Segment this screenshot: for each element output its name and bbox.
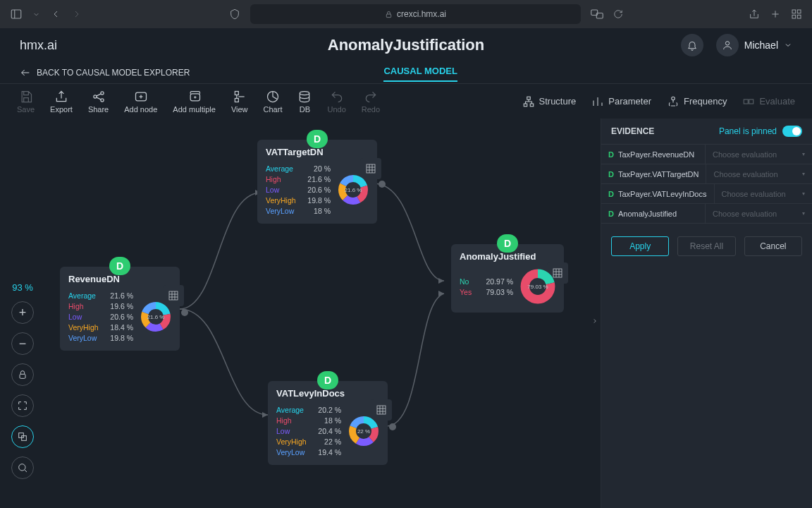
toolbar: Save Export Share Add node Add multiple … <box>0 83 812 119</box>
donut-chart: 79.03 % <box>520 269 555 304</box>
node-anomaly[interactable]: D AnomalyJustified No20.97 %Yes79.03 % 7… <box>451 244 564 313</box>
evidence-row[interactable]: DTaxPayer.RevenueDNChoose evaluation▾ <box>601 144 812 164</box>
evidence-row[interactable]: DTaxPayer.VATTargetDNChoose evaluation▾ <box>601 164 812 183</box>
evidence-row[interactable]: DTaxPayer.VATLevyInDocsChoose evaluation… <box>601 183 812 203</box>
svg-rect-24 <box>235 91 238 95</box>
stat-row: Average20.2 % <box>276 406 341 414</box>
donut-chart: 21.6 % <box>338 174 369 205</box>
sidebar-toggle-icon[interactable] <box>10 8 23 20</box>
add-node-button[interactable]: Add node <box>124 90 157 114</box>
db-button[interactable]: DB <box>297 90 312 114</box>
view-button[interactable]: View <box>231 90 248 114</box>
stat-row: High18 % <box>276 416 341 425</box>
nav-back-icon[interactable] <box>50 8 61 20</box>
user-menu[interactable]: Michael <box>716 34 792 56</box>
svg-rect-38 <box>749 99 753 104</box>
plus-icon[interactable] <box>770 8 781 20</box>
bell-icon <box>687 40 698 51</box>
subheader: BACK TO CAUSAL MODEL EXPLORER CAUSAL MOD… <box>0 62 812 83</box>
svg-rect-43 <box>20 374 25 378</box>
shield-icon[interactable] <box>229 8 240 20</box>
svg-rect-30 <box>527 97 530 99</box>
stat-row: VeryLow18 % <box>266 207 331 215</box>
output-port[interactable] <box>181 309 188 316</box>
svg-marker-42 <box>438 291 444 296</box>
tab-causal-model[interactable]: CAUSAL MODEL <box>383 66 457 82</box>
zoom-in-button[interactable]: + <box>11 301 34 324</box>
node-title: VATTargetDN <box>266 147 369 157</box>
node-vattarget[interactable]: D VATTargetDN Average20 %High21.6 %Low20… <box>257 140 377 224</box>
reset-button[interactable]: Reset All <box>677 236 735 256</box>
arrow-left-icon <box>20 67 31 78</box>
svg-rect-31 <box>524 104 527 107</box>
choose-evaluation[interactable]: Choose evaluation▾ <box>706 150 812 159</box>
url-bar[interactable]: crexci.hmx.ai <box>250 4 581 24</box>
back-link[interactable]: BACK TO CAUSAL MODEL EXPLORER <box>20 67 190 78</box>
pin-toggle[interactable]: Panel is pinned <box>719 126 802 137</box>
svg-rect-7 <box>792 10 796 13</box>
svg-marker-40 <box>262 412 268 418</box>
output-port[interactable] <box>379 181 386 188</box>
search-button[interactable] <box>11 456 34 479</box>
svg-line-47 <box>25 470 27 472</box>
node-revenue[interactable]: D RevenueDN Average21.6 %High19.6 %Low20… <box>60 267 180 351</box>
evaluate-button[interactable]: Evaluate <box>742 95 795 108</box>
choose-evaluation[interactable]: Choose evaluation▾ <box>706 210 812 218</box>
output-port[interactable] <box>389 423 396 430</box>
svg-rect-32 <box>530 104 534 107</box>
structure-button[interactable]: Structure <box>522 95 577 108</box>
layers-button[interactable] <box>11 425 34 448</box>
page-title: AnomalyJustification <box>147 36 665 54</box>
node-badge: D <box>307 130 328 148</box>
svg-rect-48 <box>169 291 178 300</box>
reload-icon[interactable] <box>613 9 623 19</box>
choose-evaluation[interactable]: Choose evaluation▾ <box>715 190 813 198</box>
chevron-down-icon <box>784 41 792 49</box>
avatar <box>716 34 739 56</box>
zoom-out-button[interactable]: − <box>11 332 34 355</box>
nav-forward-icon[interactable] <box>71 8 82 20</box>
node-title: VATLevyInDocs <box>276 388 379 399</box>
parameter-button[interactable]: Parameter <box>591 95 651 108</box>
cancel-button[interactable]: Cancel <box>744 236 802 256</box>
svg-line-17 <box>96 97 101 99</box>
choose-evaluation[interactable]: Choose evaluation▾ <box>706 170 812 179</box>
tabs-icon[interactable] <box>791 8 802 20</box>
svg-point-11 <box>725 42 729 45</box>
node-badge: D <box>497 234 518 253</box>
add-multiple-button[interactable]: Add multiple <box>173 90 216 114</box>
translate-icon[interactable] <box>591 9 603 19</box>
panel-collapse[interactable] <box>591 310 601 332</box>
export-button[interactable]: Export <box>50 90 73 114</box>
stat-row: VeryHigh22 % <box>276 437 341 446</box>
donut-chart: 22 % <box>348 416 379 447</box>
stat-row: Average20 % <box>266 164 331 173</box>
chevron-down-icon[interactable] <box>32 11 40 18</box>
svg-rect-37 <box>744 99 749 104</box>
stat-row: VeryHigh18.4 % <box>68 323 133 332</box>
apply-button[interactable]: Apply <box>611 236 669 256</box>
save-button[interactable]: Save <box>17 90 35 114</box>
share-icon[interactable] <box>749 8 760 20</box>
svg-line-16 <box>96 93 101 95</box>
svg-rect-10 <box>797 15 801 18</box>
redo-button[interactable]: Redo <box>362 90 380 114</box>
undo-button[interactable]: Undo <box>327 90 345 114</box>
fullscreen-button[interactable] <box>11 394 34 417</box>
stat-row: Yes79.03 % <box>460 288 513 296</box>
frequency-button[interactable]: Frequency <box>667 95 727 108</box>
node-vatlevy[interactable]: D VATLevyInDocs Average20.2 %High18 %Low… <box>268 381 388 465</box>
share-button[interactable]: Share <box>88 90 109 114</box>
lock-button[interactable] <box>11 363 34 386</box>
svg-point-36 <box>672 97 675 100</box>
node-badge: D <box>317 371 338 389</box>
svg-rect-8 <box>797 10 801 13</box>
stat-row: High21.6 % <box>266 175 331 183</box>
svg-rect-2 <box>386 14 390 18</box>
svg-rect-0 <box>11 10 21 18</box>
evidence-row[interactable]: DAnomalyJustifiedChoose evaluation▾ <box>601 203 812 223</box>
causal-canvas[interactable]: 93 % + − D RevenueDN Average21.6 %High19… <box>0 119 601 508</box>
notifications-button[interactable] <box>681 34 703 56</box>
browser-bar: crexci.hmx.ai <box>0 0 812 28</box>
chart-button[interactable]: Chart <box>264 90 283 114</box>
